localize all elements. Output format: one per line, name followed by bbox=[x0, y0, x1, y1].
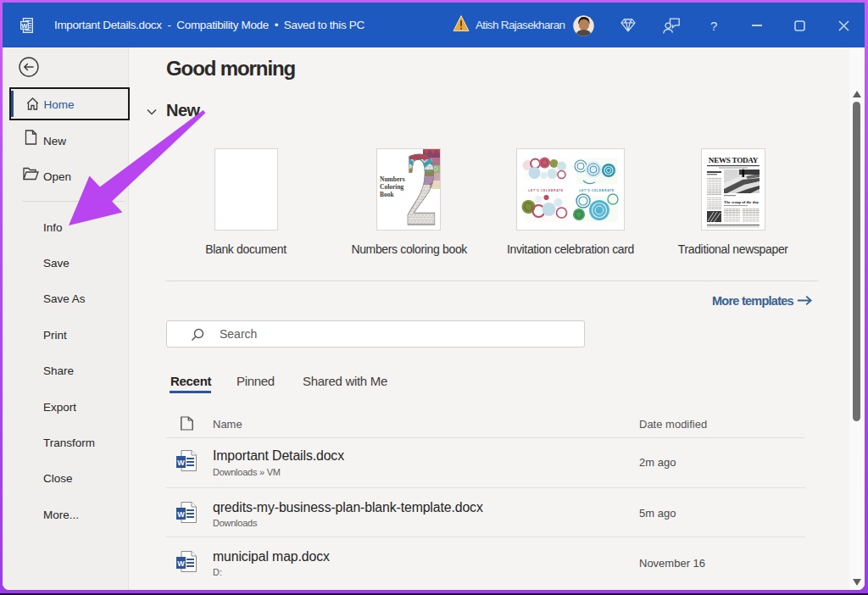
svg-text:Numbers: Numbers bbox=[380, 175, 405, 183]
svg-text:LET'S CELEBRATE: LET'S CELEBRATE bbox=[579, 189, 615, 192]
svg-text:NEWS TODAY: NEWS TODAY bbox=[708, 156, 758, 164]
svg-text:Book: Book bbox=[380, 191, 395, 198]
svg-text:W: W bbox=[21, 22, 28, 30]
svg-text:The scoop of the day: The scoop of the day bbox=[724, 200, 760, 204]
svg-text:LET'S CELEBRATE: LET'S CELEBRATE bbox=[528, 189, 564, 192]
svg-text:Coloring: Coloring bbox=[380, 183, 404, 191]
